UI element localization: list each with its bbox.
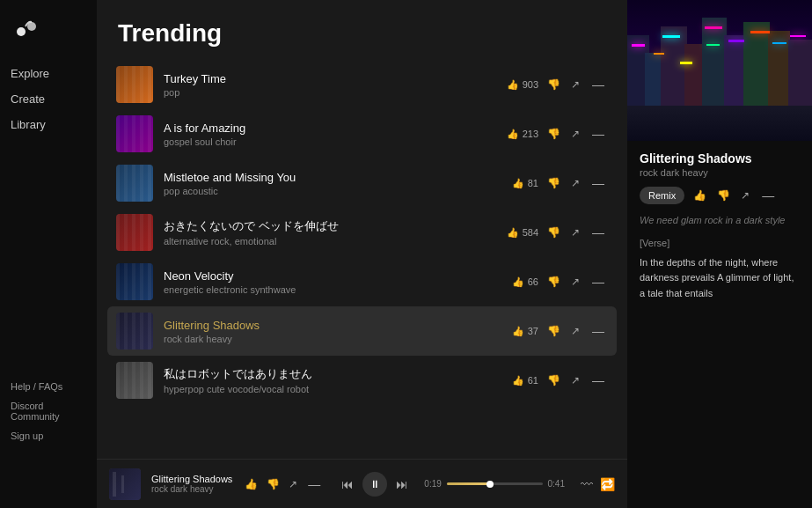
more-btn[interactable]: — — [589, 322, 608, 340]
track-actions: 👍 61👎↗— — [512, 372, 608, 389]
player-like-actions: 👍 👎 ↗ — — [243, 475, 324, 493]
more-btn[interactable]: — — [589, 174, 608, 192]
like-count: 37 — [528, 326, 538, 336]
sidebar-item-explore[interactable]: Explore — [11, 67, 86, 80]
dislike-btn[interactable]: 👎 — [545, 323, 562, 339]
track-title: Turkey Time — [164, 72, 496, 85]
waveform-btn[interactable]: 〰 — [581, 477, 593, 491]
track-thumbnail — [116, 214, 153, 251]
prev-btn[interactable]: ⏮ — [341, 477, 354, 491]
player-thumb — [109, 468, 141, 500]
track-thumbnail — [116, 66, 153, 103]
share-btn[interactable]: ↗ — [569, 225, 582, 240]
right-panel-info: Glittering Shadows rock dark heavy Remix… — [627, 141, 812, 508]
more-btn[interactable]: — — [589, 372, 608, 389]
rp-title: Glittering Shadows — [640, 151, 800, 166]
sidebar: ExploreCreateLibrary Help / FAQsDiscord … — [0, 0, 97, 508]
track-subtitle: rock dark heavy — [164, 334, 501, 344]
share-btn[interactable]: ↗ — [569, 175, 582, 191]
track-subtitle: alternative rock, emotional — [164, 236, 496, 247]
track-row[interactable]: おきたくないので ベッドを伸ばせalternative rock, emotio… — [107, 208, 617, 257]
track-thumbnail — [116, 362, 153, 399]
lyrics-verse-label: [Verse] — [640, 236, 800, 252]
track-thumbnail — [116, 263, 153, 300]
sidebar-item-library[interactable]: Library — [11, 118, 86, 131]
dislike-btn[interactable]: 👎 — [545, 77, 562, 92]
track-info: Turkey Timepop — [164, 72, 496, 98]
track-likes: 👍 584 — [507, 227, 538, 239]
player-controls: ⏮ ⏸ ⏭ — [341, 472, 408, 497]
player-more-btn[interactable]: — — [304, 475, 324, 493]
app-logo[interactable] — [11, 14, 39, 42]
share-btn[interactable]: ↗ — [569, 323, 582, 339]
sidebar-bottom: Help / FAQsDiscord CommunitySign up — [11, 381, 86, 494]
sidebar-bottom-discord[interactable]: Discord Community — [11, 401, 86, 422]
sidebar-bottom-help[interactable]: Help / FAQs — [11, 381, 86, 392]
track-row[interactable]: Neon Velocityenergetic electronic synthw… — [107, 257, 617, 306]
more-btn[interactable]: — — [589, 224, 608, 241]
play-pause-btn[interactable]: ⏸ — [362, 472, 387, 497]
current-time: 0:19 — [424, 479, 441, 489]
dislike-btn[interactable]: 👎 — [545, 126, 562, 142]
main-content: Trending Turkey Timepop👍 903👎↗—A is for … — [97, 0, 627, 508]
track-title: Neon Velocity — [164, 269, 501, 283]
sidebar-item-create[interactable]: Create — [11, 92, 86, 106]
share-btn[interactable]: ↗ — [569, 372, 582, 388]
share-btn[interactable]: ↗ — [569, 126, 582, 142]
track-subtitle: pop — [164, 87, 496, 98]
rp-subtitle: rock dark heavy — [640, 167, 800, 178]
like-count: 903 — [523, 79, 538, 90]
more-btn[interactable]: — — [589, 76, 608, 93]
progress-bar[interactable] — [447, 482, 543, 485]
track-actions: 👍 66👎↗— — [512, 273, 608, 291]
track-subtitle: gospel soul choir — [164, 136, 496, 147]
track-thumbnail — [116, 313, 153, 350]
dislike-btn[interactable]: 👎 — [545, 274, 562, 290]
like-icon: 👍 — [507, 79, 519, 91]
rp-dislike-btn[interactable]: 👎 — [715, 188, 732, 203]
track-actions: 👍 213👎↗— — [507, 125, 608, 143]
rp-like-btn[interactable]: 👍 — [691, 188, 708, 203]
like-count: 213 — [523, 129, 538, 139]
rp-lyrics: [Verse] In the depths of the night, wher… — [640, 236, 800, 301]
track-subtitle: pop acoustic — [164, 186, 501, 196]
track-row[interactable]: Mistletoe and Missing Youpop acoustic👍 8… — [107, 158, 617, 208]
dislike-btn[interactable]: 👎 — [545, 372, 562, 388]
player-dislike-btn[interactable]: 👎 — [265, 476, 282, 492]
sidebar-bottom-signup[interactable]: Sign up — [11, 431, 86, 441]
player-share-btn[interactable]: ↗ — [287, 476, 299, 492]
like-count: 61 — [528, 375, 538, 386]
dislike-btn[interactable]: 👎 — [545, 225, 562, 240]
like-icon: 👍 — [512, 178, 524, 189]
share-btn[interactable]: ↗ — [569, 77, 582, 92]
track-row[interactable]: 私はロボットではありませんhyperpop cute vocode/vocal … — [107, 356, 617, 405]
track-subtitle: hyperpop cute vocode/vocal robot — [164, 384, 501, 394]
rp-share-btn[interactable]: ↗ — [739, 188, 751, 203]
track-likes: 👍 66 — [512, 276, 538, 288]
track-row[interactable]: Glittering Shadowsrock dark heavy👍 37👎↗— — [107, 306, 617, 356]
loop-btn[interactable]: 🔁 — [600, 477, 615, 491]
more-btn[interactable]: — — [589, 273, 608, 291]
track-row[interactable]: A is for Amazinggospel soul choir👍 213👎↗… — [107, 109, 617, 158]
share-btn[interactable]: ↗ — [569, 274, 582, 290]
page-title: Trending — [118, 19, 606, 48]
like-count: 81 — [528, 178, 538, 188]
more-btn[interactable]: — — [589, 125, 608, 143]
player-progress: 0:19 0:41 — [424, 479, 565, 489]
player-like-btn[interactable]: 👍 — [243, 476, 260, 492]
next-btn[interactable]: ⏭ — [396, 477, 408, 491]
rp-more-btn[interactable]: — — [758, 187, 778, 204]
remix-btn[interactable]: Remix — [640, 187, 684, 204]
main-nav: ExploreCreateLibrary — [11, 67, 86, 131]
track-row[interactable]: Turkey Timepop👍 903👎↗— — [107, 60, 617, 109]
track-likes: 👍 61 — [512, 375, 538, 387]
dislike-btn[interactable]: 👎 — [545, 175, 562, 191]
like-icon: 👍 — [512, 375, 524, 387]
right-panel: Glittering Shadows rock dark heavy Remix… — [627, 0, 812, 508]
track-likes: 👍 37 — [512, 326, 538, 337]
rp-prompt: We need glam rock in a dark style — [640, 215, 800, 225]
like-icon: 👍 — [507, 129, 519, 140]
track-actions: 👍 903👎↗— — [507, 76, 608, 93]
player-bar: Glittering Shadows rock dark heavy 👍 👎 ↗… — [97, 459, 627, 508]
track-title: A is for Amazing — [164, 121, 496, 135]
